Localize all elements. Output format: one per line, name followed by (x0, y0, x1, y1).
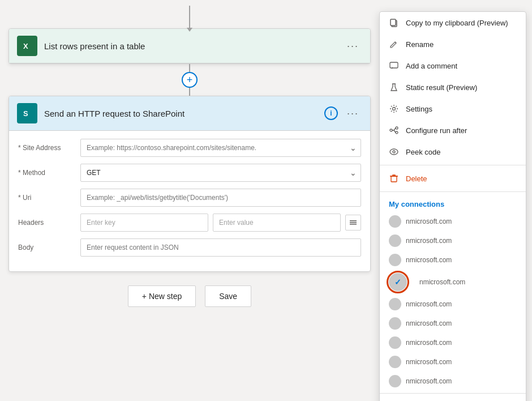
uri-row: * Uri (18, 189, 361, 207)
selected-ring: ✓ (387, 271, 409, 293)
step-sharepoint-title: Send an HTTP request to SharePoint (44, 109, 324, 118)
svg-rect-9 (390, 62, 398, 68)
connection-name-2: nmicrosoft.com (406, 237, 452, 245)
connection-name-8: nmicrosoft.com (406, 358, 452, 366)
connection-avatar-3 (389, 254, 401, 266)
step-sharepoint-header[interactable]: S Send an HTTP request to SharePoint i ·… (9, 96, 370, 131)
svg-text:S: S (23, 109, 28, 118)
save-button[interactable]: Save (205, 285, 251, 307)
connection-avatar-6 (389, 317, 401, 330)
my-connections-header: My connections (380, 194, 526, 212)
add-step-btn[interactable]: + (182, 72, 198, 88)
connection-item-9[interactable]: nmicrosoft.com (380, 372, 526, 391)
connection-item-1[interactable]: nmicrosoft.com (380, 212, 526, 231)
menu-item-static-label: Static result (Preview) (406, 83, 477, 92)
add-connection-btn[interactable]: + Add new connection (380, 396, 526, 401)
menu-item-comment[interactable]: Add a comment (380, 55, 526, 76)
svg-point-10 (393, 108, 396, 110)
checkmark-icon: ✓ (394, 278, 401, 287)
connection-avatar-7 (389, 336, 401, 349)
connection-avatar-1 (389, 215, 401, 228)
menu-item-copy[interactable]: Copy to my clipboard (Preview) (380, 12, 526, 33)
connection-name-7: nmicrosoft.com (406, 339, 452, 347)
connection-item-2[interactable]: nmicrosoft.com (380, 231, 526, 250)
svg-point-15 (393, 151, 395, 153)
headers-value-input[interactable]: Enter value (213, 214, 341, 232)
headers-label: Headers (18, 219, 80, 227)
step-sharepoint-more-btn[interactable]: ··· (344, 106, 362, 121)
method-label: * Method (18, 169, 80, 177)
menu-item-delete[interactable]: Delete (380, 168, 526, 189)
svg-rect-4 (350, 220, 357, 221)
menu-item-configure-label: Configure run after (406, 126, 467, 135)
menu-item-rename-label: Rename (406, 40, 434, 49)
comment-icon (389, 61, 399, 71)
connection-item-3[interactable]: nmicrosoft.com (380, 250, 526, 270)
add-connection-divider (380, 393, 526, 394)
step-excel-more-btn[interactable]: ··· (344, 39, 362, 53)
step-info-btn[interactable]: i (324, 106, 338, 120)
context-menu: Copy to my clipboard (Preview) Rename Ad… (379, 11, 526, 401)
connection-avatar-2 (389, 234, 401, 247)
uri-input[interactable] (80, 189, 361, 207)
headers-icon-btn[interactable] (345, 215, 361, 231)
connection-item-8[interactable]: nmicrosoft.com (380, 352, 526, 372)
eye-icon (389, 147, 399, 157)
headers-key-input[interactable]: Enter key (80, 214, 208, 232)
svg-point-12 (396, 127, 398, 129)
menu-divider (380, 165, 526, 165)
step-sharepoint-card: S Send an HTTP request to SharePoint i ·… (8, 96, 371, 272)
selected-connection-wrapper: ✓ (389, 273, 407, 291)
menu-item-peek-label: Peek code (406, 148, 440, 156)
connection-avatar-8 (389, 356, 401, 368)
menu-item-peek[interactable]: Peek code (380, 141, 526, 163)
svg-point-13 (396, 131, 398, 134)
menu-item-rename[interactable]: Rename (380, 33, 526, 55)
site-address-label: * Site Address (18, 144, 80, 152)
menu-item-static[interactable]: Static result (Preview) (380, 76, 526, 98)
excel-icon: X (17, 36, 37, 56)
flow-icon (389, 125, 399, 135)
connection-avatar-9 (389, 375, 401, 387)
new-step-button[interactable]: + New step (128, 285, 196, 307)
connection-item-7[interactable]: nmicrosoft.com (380, 333, 526, 352)
svg-rect-6 (350, 224, 357, 225)
step-excel-title: List rows present in a table (44, 41, 344, 51)
gear-icon (389, 104, 399, 114)
menu-item-delete-label: Delete (406, 174, 427, 183)
flask-icon (389, 82, 399, 92)
body-input[interactable] (80, 238, 361, 257)
uri-input-wrapper (80, 189, 361, 207)
rename-icon (389, 39, 399, 49)
step-excel-card: X List rows present in a table ··· (8, 28, 371, 64)
connections-divider (380, 191, 526, 192)
menu-item-configure[interactable]: Configure run after (380, 120, 526, 141)
connection-item-4-selected[interactable]: ✓ nmicrosoft.com (380, 270, 526, 295)
connection-item-6[interactable]: nmicrosoft.com (380, 314, 526, 333)
svg-rect-16 (391, 176, 397, 182)
canvas: X List rows present in a table ··· + S (0, 0, 532, 401)
connection-name-1: nmicrosoft.com (406, 217, 452, 225)
connection-name-9: nmicrosoft.com (406, 377, 452, 385)
uri-label: * Uri (18, 194, 80, 202)
method-input[interactable] (80, 164, 361, 182)
step-body: * Site Address ⌄ * Method ⌄ * (9, 131, 370, 271)
body-input-wrapper (80, 238, 361, 257)
connection-avatar-5 (389, 298, 401, 310)
flow-area: X List rows present in a table ··· + S (0, 0, 379, 401)
svg-rect-8 (391, 19, 396, 25)
svg-point-11 (390, 129, 392, 131)
connection-name-4: nmicrosoft.com (419, 278, 465, 286)
step-excel-header[interactable]: X List rows present in a table ··· (9, 29, 370, 63)
menu-item-settings-label: Settings (406, 105, 432, 113)
site-address-input[interactable] (80, 139, 361, 157)
connector-line-bottom (189, 88, 190, 96)
svg-point-14 (390, 149, 398, 155)
sharepoint-icon: S (17, 103, 37, 123)
menu-item-comment-label: Add a comment (406, 62, 457, 70)
connection-item-5[interactable]: nmicrosoft.com (380, 295, 526, 314)
connector-line-top (189, 64, 190, 72)
menu-item-copy-label: Copy to my clipboard (Preview) (406, 19, 508, 27)
menu-item-settings[interactable]: Settings (380, 98, 526, 120)
bottom-actions: + New step Save (128, 285, 251, 307)
